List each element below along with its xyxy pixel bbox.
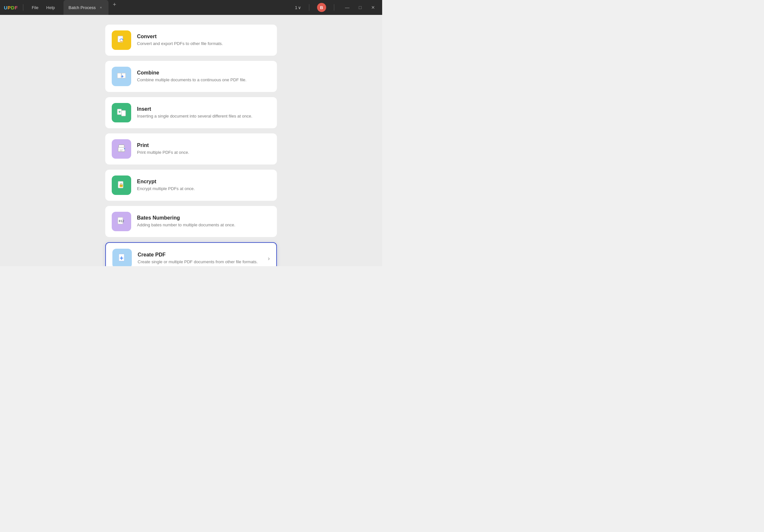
card-create-pdf[interactable]: Create PDF Create single or multiple PDF… [105,242,277,266]
convert-title: Convert [137,34,271,40]
print-description: Print multiple PDFs at once. [137,150,271,155]
logo-p: P [7,5,11,10]
bates-numbering-text: Bates Numbering Adding bates number to m… [137,215,271,228]
window-count-chevron: ∨ [298,5,301,10]
titlebar-divider-3 [334,4,334,11]
insert-text: Insert Inserting a single document into … [137,106,271,119]
tab-close-button[interactable]: × [98,5,103,10]
print-text: Print Print multiple PDFs at once. [137,142,271,155]
create-pdf-icon [112,249,132,266]
titlebar-divider [23,4,23,11]
card-insert[interactable]: Insert Inserting a single document into … [105,97,277,128]
titlebar-right: 1 ∨ B — □ ✕ [295,2,378,13]
app-logo: UPDF [4,5,18,10]
svg-rect-4 [121,110,126,116]
titlebar: UPDF File Help Batch Process × + 1 ∨ B —… [0,0,382,15]
card-encrypt[interactable]: Encrypt Encrypt multiple PDFs at once. [105,170,277,201]
minimize-button[interactable]: — [342,2,352,13]
svg-rect-8 [119,151,122,151]
encrypt-description: Encrypt multiple PDFs at once. [137,186,271,192]
combine-text: Combine Combine multiple documents to a … [137,70,271,83]
card-combine[interactable]: Combine Combine multiple documents to a … [105,61,277,92]
window-count[interactable]: 1 ∨ [295,5,301,10]
encrypt-title: Encrypt [137,179,271,185]
insert-title: Insert [137,106,271,112]
create-pdf-title: Create PDF [138,252,262,258]
encrypt-icon [112,175,131,195]
card-list: Convert Convert and export PDFs to other… [105,25,277,257]
convert-description: Convert and export PDFs to other file fo… [137,41,271,47]
insert-description: Inserting a single document into several… [137,113,271,119]
insert-icon [112,103,131,122]
combine-icon [112,67,131,86]
tab-batch-process-label: Batch Process [69,5,96,10]
window-count-number: 1 [295,5,297,10]
svg-point-12 [121,185,122,186]
create-pdf-description: Create single or multiple PDF documents … [138,259,262,265]
svg-rect-7 [119,150,123,150]
convert-icon [112,30,131,50]
svg-point-9 [124,148,125,149]
logo-d: D [11,5,15,10]
combine-description: Combine multiple documents to a continuo… [137,77,271,83]
svg-rect-1 [117,73,121,78]
bates-numbering-description: Adding bates number to multiple document… [137,222,271,228]
card-convert[interactable]: Convert Convert and export PDFs to other… [105,25,277,56]
logo-f: F [15,5,18,10]
tab-bar: Batch Process × + [64,0,119,15]
close-button[interactable]: ✕ [368,2,378,13]
card-bates-numbering[interactable]: 012 Bates Numbering Adding bates number … [105,206,277,237]
menu-file[interactable]: File [29,4,42,11]
svg-text:012: 012 [119,219,124,223]
print-icon [112,139,131,159]
create-pdf-text: Create PDF Create single or multiple PDF… [138,252,262,265]
card-print[interactable]: Print Print multiple PDFs at once. [105,133,277,164]
main-content: Convert Convert and export PDFs to other… [0,15,382,266]
titlebar-menu: File Help [29,4,58,11]
menu-help[interactable]: Help [43,4,58,11]
encrypt-text: Encrypt Encrypt multiple PDFs at once. [137,179,271,192]
combine-title: Combine [137,70,271,76]
logo-u: U [4,5,7,10]
maximize-button[interactable]: □ [355,2,365,13]
avatar[interactable]: B [317,3,326,12]
print-title: Print [137,142,271,148]
create-pdf-chevron: › [268,255,270,262]
convert-text: Convert Convert and export PDFs to other… [137,34,271,47]
tab-batch-process[interactable]: Batch Process × [64,0,109,15]
bates-numbering-icon: 012 [112,212,131,231]
tab-add-button[interactable]: + [110,0,119,9]
bates-numbering-title: Bates Numbering [137,215,271,221]
